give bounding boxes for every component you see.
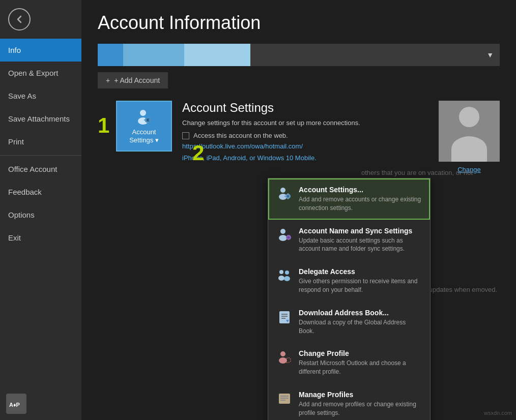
- svg-rect-6: [148, 117, 149, 118]
- account-settings-btn-label: AccountSettings ▾: [129, 128, 159, 144]
- account-bar: ▼: [98, 44, 500, 66]
- app-logo: A♦P: [6, 394, 26, 414]
- svg-point-27: [285, 271, 289, 275]
- color-block-3: [184, 44, 250, 66]
- svg-rect-18: [288, 193, 289, 195]
- dropdown-container: 2 Account Setting: [192, 127, 211, 164]
- svg-rect-7: [148, 122, 149, 123]
- svg-rect-19: [288, 198, 289, 200]
- svg-rect-20: [284, 196, 286, 197]
- download-address-book-icon: [276, 309, 293, 325]
- add-account-button[interactable]: + + Add Account: [98, 72, 168, 88]
- sidebar-item-exit[interactable]: Exit: [0, 226, 81, 249]
- svg-point-28: [284, 276, 290, 281]
- watermark: wsxdn.com: [484, 410, 512, 416]
- svg-text:A♦P: A♦P: [9, 402, 20, 408]
- account-settings-menu-icon: [276, 186, 293, 202]
- account-settings-menu-text: Account Settings... Add and remove accou…: [299, 186, 422, 213]
- svg-point-25: [279, 270, 283, 274]
- change-profile-text: Change Profile Restart Microsoft Outlook…: [299, 349, 422, 376]
- sidebar-nav: Info Open & Export Save As Save Attachme…: [0, 39, 81, 387]
- svg-rect-9: [149, 119, 150, 121]
- svg-rect-29: [279, 311, 290, 323]
- profile-picture: [439, 101, 500, 162]
- profile-area: Change: [439, 101, 500, 173]
- manage-profiles-icon: [276, 391, 293, 407]
- change-profile-icon: [276, 349, 293, 366]
- svg-rect-37: [280, 396, 289, 397]
- svg-rect-38: [280, 398, 289, 399]
- menu-item-account-name-sync[interactable]: Account Name and Sync Settings Update ba…: [268, 220, 430, 261]
- sidebar: Info Open & Export Save As Save Attachme…: [0, 0, 81, 420]
- main-content: Account Information ▼ + + Add Account 1: [81, 0, 516, 420]
- svg-point-2: [140, 110, 146, 116]
- menu-item-account-settings[interactable]: Account Settings... Add and remove accou…: [268, 178, 430, 220]
- access-row: Access this account on the web.: [182, 132, 439, 139]
- page-title: Account Information: [98, 12, 500, 34]
- download-address-book-desc: Download a copy of the Global Address Bo…: [299, 318, 422, 336]
- account-name-sync-text: Account Name and Sync Settings Update ba…: [299, 227, 422, 254]
- sidebar-item-open-export[interactable]: Open & Export: [0, 62, 81, 84]
- account-settings-menu-title: Account Settings...: [299, 186, 422, 194]
- back-circle-icon: [8, 8, 31, 31]
- account-settings-menu-desc: Add and remove accounts or change existi…: [299, 195, 422, 213]
- account-name-sync-desc: Update basic account settings such as ac…: [299, 236, 422, 254]
- svg-point-34: [280, 351, 285, 356]
- svg-point-35: [279, 357, 287, 364]
- svg-rect-21: [290, 196, 291, 197]
- profile-body: [451, 136, 487, 162]
- sidebar-item-office-account[interactable]: Office Account: [0, 158, 81, 181]
- svg-point-14: [280, 188, 285, 193]
- svg-point-26: [278, 276, 284, 281]
- manage-profiles-title: Manage Profiles: [299, 391, 422, 399]
- account-name-sync-icon: [276, 227, 293, 243]
- delegate-access-text: Delegate Access Give others permission t…: [299, 267, 422, 294]
- sidebar-item-save-attachments[interactable]: Save Attachments: [0, 107, 81, 130]
- account-info-area: Account Settings Change settings for thi…: [182, 101, 439, 162]
- sidebar-item-print[interactable]: Print: [0, 130, 81, 153]
- svg-point-22: [280, 229, 285, 234]
- sidebar-item-feedback[interactable]: Feedback: [0, 181, 81, 203]
- back-button[interactable]: [4, 4, 35, 35]
- outlook-link[interactable]: https://outlook.live.com/owa/hotmail.com…: [182, 142, 439, 150]
- sidebar-divider: [0, 155, 81, 156]
- delegate-access-icon: [276, 267, 293, 284]
- menu-item-change-profile[interactable]: Change Profile Restart Microsoft Outlook…: [268, 342, 430, 383]
- color-block-2: [123, 44, 184, 66]
- dropdown-arrow-icon: ▼: [486, 51, 494, 59]
- account-settings-button[interactable]: AccountSettings ▾: [116, 101, 172, 152]
- sidebar-item-info[interactable]: Info: [0, 39, 81, 62]
- account-color-blocks: [98, 44, 250, 66]
- change-profile-title: Change Profile: [299, 349, 422, 357]
- svg-rect-39: [280, 400, 285, 401]
- menu-item-manage-profiles[interactable]: Manage Profiles Add and remove profiles …: [268, 383, 430, 420]
- account-settings-title: Account Settings: [182, 101, 439, 115]
- profile-head: [459, 107, 479, 127]
- delegate-access-title: Delegate Access: [299, 267, 422, 276]
- svg-point-17: [287, 195, 290, 198]
- download-address-book-text: Download Address Book... Download a copy…: [299, 309, 422, 336]
- sidebar-bottom: A♦P: [0, 387, 81, 420]
- delegate-access-desc: Give others permission to receive items …: [299, 277, 422, 294]
- manage-profiles-text: Manage Profiles Add and remove profiles …: [299, 391, 422, 417]
- account-name-sync-title: Account Name and Sync Settings: [299, 227, 422, 235]
- step-2-number: 2: [192, 142, 208, 164]
- menu-item-download-address-book[interactable]: Download Address Book... Download a copy…: [268, 302, 430, 343]
- sidebar-item-options[interactable]: Options: [0, 203, 81, 226]
- menu-item-delegate-access[interactable]: Delegate Access Give others permission t…: [268, 260, 430, 302]
- account-settings-section: 1: [98, 101, 500, 173]
- change-profile-desc: Restart Microsoft Outlook and choose a d…: [299, 359, 422, 376]
- account-settings-icon: [135, 108, 153, 126]
- add-account-label: + Add Account: [114, 76, 160, 84]
- manage-profiles-desc: Add and remove profiles or change existi…: [299, 400, 422, 417]
- download-address-book-title: Download Address Book...: [299, 309, 422, 317]
- svg-point-23: [279, 235, 287, 241]
- svg-rect-8: [144, 119, 146, 121]
- account-settings-desc: Change settings for this account or set …: [182, 119, 439, 127]
- step-1-number: 1: [98, 115, 113, 136]
- color-block-1: [98, 44, 123, 66]
- access-web-checkbox[interactable]: [182, 132, 189, 139]
- account-dropdown[interactable]: ▼: [250, 44, 500, 66]
- sidebar-item-save-as[interactable]: Save As: [0, 84, 81, 107]
- dropdown-menu: Account Settings... Add and remove accou…: [268, 178, 431, 420]
